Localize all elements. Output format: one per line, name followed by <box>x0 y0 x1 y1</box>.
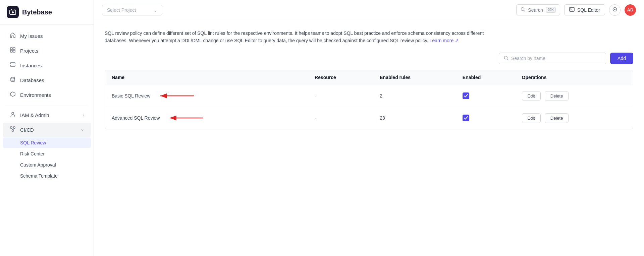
svg-rect-3 <box>13 48 15 50</box>
col-enabled-rules: Enabled rules <box>373 70 456 85</box>
sidebar-item-instances[interactable]: Instances <box>3 58 91 73</box>
sidebar-subitem-custom-approval[interactable]: Custom Approval <box>3 159 91 170</box>
svg-rect-6 <box>10 63 15 64</box>
svg-rect-5 <box>13 50 15 52</box>
logo-icon <box>7 6 19 18</box>
cell-enabled-rules: 23 <box>373 107 456 129</box>
col-resource: Resource <box>308 70 373 85</box>
col-enabled: Enabled <box>456 70 515 85</box>
sidebar-subitem-schema-template[interactable]: Schema Template <box>3 171 91 181</box>
enabled-checkbox[interactable] <box>463 92 469 99</box>
instances-icon <box>9 62 16 69</box>
search-placeholder: Search by name <box>511 56 545 61</box>
search-shortcut: ⌘K <box>546 7 556 13</box>
header: Select Project ⌄ Search ⌘K SQL Editor <box>94 0 644 20</box>
cell-name: Basic SQL Review <box>105 85 308 107</box>
svg-point-16 <box>614 9 615 10</box>
svg-rect-2 <box>10 48 12 50</box>
global-search[interactable]: Search ⌘K <box>516 4 560 15</box>
sidebar-item-environments[interactable]: Environments <box>3 88 91 102</box>
sidebar-item-iam-admin[interactable]: IAM & Admin › <box>3 108 91 122</box>
cell-operations: Edit Delete <box>515 107 633 129</box>
cell-name: Advanced SQL Review <box>105 107 308 129</box>
edit-button[interactable]: Edit <box>522 113 541 123</box>
svg-point-9 <box>12 112 14 114</box>
search-label: Search <box>528 7 543 13</box>
cell-enabled-rules: 2 <box>373 85 456 107</box>
table-toolbar: Search by name Add <box>105 53 633 64</box>
sidebar-subitem-label: Schema Template <box>20 173 58 179</box>
table-row: Advanced SQL Review <box>105 107 633 129</box>
table-header-row: Name Resource Enabled rules Enabled Oper… <box>105 70 633 85</box>
cell-enabled <box>456 85 515 107</box>
sql-editor-icon <box>569 7 575 13</box>
svg-point-13 <box>521 8 524 11</box>
sidebar-subitem-label: SQL Review <box>20 140 46 145</box>
delete-button[interactable]: Delete <box>545 113 569 123</box>
arrow-annotation <box>166 113 207 123</box>
sidebar-navigation: My Issues Projects Instances Databases <box>0 24 94 256</box>
cicd-icon <box>9 126 16 134</box>
sidebar-item-label: Instances <box>20 63 42 68</box>
sidebar-item-cicd[interactable]: CI/CD ∨ <box>3 123 91 137</box>
nav-divider <box>5 105 88 105</box>
sidebar: Bytebase My Issues Projects Instances <box>0 0 94 256</box>
svg-rect-11 <box>13 127 15 128</box>
name-search-input[interactable]: Search by name <box>499 53 606 64</box>
sidebar-item-my-issues[interactable]: My Issues <box>3 29 91 43</box>
edit-button[interactable]: Edit <box>522 91 541 101</box>
sidebar-subitem-label: Risk Center <box>20 151 45 156</box>
svg-rect-4 <box>10 50 12 52</box>
svg-rect-14 <box>570 7 574 11</box>
cell-operations: Edit Delete <box>515 85 633 107</box>
search-icon <box>504 56 508 61</box>
learn-more-link[interactable]: Learn more ↗ <box>430 38 459 43</box>
cell-enabled <box>456 107 515 129</box>
chevron-down-icon: ⌄ <box>153 7 157 13</box>
svg-point-17 <box>504 56 507 59</box>
add-policy-button[interactable]: Add <box>610 53 633 64</box>
person-icon <box>9 111 16 119</box>
cell-resource: - <box>308 85 373 107</box>
user-avatar[interactable]: AD <box>625 4 636 16</box>
policies-table: Name Resource Enabled rules Enabled Oper… <box>105 70 633 129</box>
home-icon <box>9 32 16 40</box>
record-icon <box>612 7 617 13</box>
sidebar-item-label: IAM & Admin <box>20 112 49 118</box>
sql-editor-label: SQL Editor <box>577 7 600 13</box>
header-right: Search ⌘K SQL Editor AD <box>516 4 636 16</box>
sidebar-item-label: Environments <box>20 92 51 98</box>
sidebar-item-label: Databases <box>20 77 44 83</box>
sidebar-item-label: Projects <box>20 48 38 54</box>
sql-editor-button[interactable]: SQL Editor <box>564 4 605 15</box>
chevron-right-icon: › <box>83 113 84 118</box>
svg-point-1 <box>12 11 14 13</box>
svg-rect-10 <box>10 127 12 128</box>
delete-button[interactable]: Delete <box>545 91 569 101</box>
sidebar-subitem-risk-center[interactable]: Risk Center <box>3 148 91 159</box>
sidebar-item-label: My Issues <box>20 33 43 39</box>
cell-resource: - <box>308 107 373 129</box>
arrow-annotation <box>157 91 197 101</box>
project-select[interactable]: Select Project ⌄ <box>102 5 162 15</box>
sidebar-subitem-sql-review[interactable]: SQL Review <box>3 137 91 148</box>
environments-icon <box>9 91 16 99</box>
col-name: Name <box>105 70 308 85</box>
project-select-placeholder: Select Project <box>107 7 136 13</box>
main-content: Select Project ⌄ Search ⌘K SQL Editor <box>94 0 644 256</box>
svg-rect-12 <box>12 130 14 131</box>
sidebar-subitem-label: Custom Approval <box>20 162 56 168</box>
sidebar-item-projects[interactable]: Projects <box>3 44 91 58</box>
projects-icon <box>9 47 16 55</box>
enabled-checkbox[interactable] <box>463 115 469 121</box>
databases-icon <box>9 76 16 84</box>
search-icon <box>521 7 525 13</box>
sidebar-item-databases[interactable]: Databases <box>3 73 91 87</box>
svg-point-8 <box>11 77 15 79</box>
page-description: SQL review policy can define different s… <box>105 29 507 45</box>
record-button[interactable] <box>609 4 621 16</box>
logo-text: Bytebase <box>22 8 52 16</box>
logo: Bytebase <box>0 0 94 24</box>
page-content: SQL review policy can define different s… <box>94 20 644 256</box>
table-row: Basic SQL Review <box>105 85 633 107</box>
